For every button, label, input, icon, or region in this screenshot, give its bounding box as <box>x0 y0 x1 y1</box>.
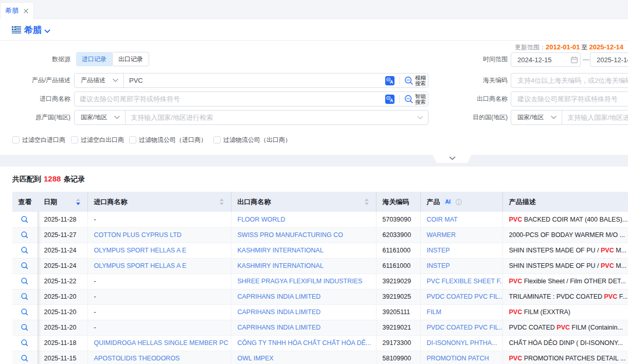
description-segment: CHẤT HÓA DẺO DINP ( DI-ISONONY... <box>509 339 623 347</box>
importer-link[interactable]: COTTON PLUS CYPRUS LTD <box>94 231 182 239</box>
exporter-input[interactable]: 建议去除公司尾部字符或特殊符号 <box>511 92 628 106</box>
update-range-from: 2012-01-01 <box>546 43 580 51</box>
date-cell: 2025-11-27 <box>38 227 87 243</box>
exporter-link[interactable]: CAPRIHANS INDIA LIMITED <box>238 324 321 331</box>
description-segment: M... <box>614 247 626 254</box>
filter-checkbox-1[interactable]: 过滤空白出口商 <box>71 136 124 144</box>
checkbox-icon[interactable] <box>12 136 20 143</box>
date-to-input[interactable]: 2025-12-14 <box>590 52 628 67</box>
exporter-link[interactable]: CÔNG TY TNHH HÓA CHẤT CHẤT HÓA DẺ... <box>238 339 371 347</box>
date-from-input[interactable]: 2024-12-15 <box>511 52 581 67</box>
search-icon <box>404 76 414 85</box>
destination-type-select-value: 国家/地区 <box>517 113 544 122</box>
exporter-cell: SHREE PRAGYA FLEXIFILM INDUSTRIES <box>231 274 376 289</box>
checkbox-icon[interactable] <box>71 136 78 143</box>
fuzzy-search-button[interactable]: 模糊搜索 <box>404 75 426 86</box>
product-link[interactable]: PVDC COATED PVC FIL... <box>427 324 503 331</box>
description-cell: TRILAMINATE : PVDC COATED PVC F... <box>503 289 628 304</box>
origin-input[interactable]: 支持输入国家/地区进行检索 <box>125 113 417 122</box>
importer-link[interactable]: OLYMPUS SPORT HELLAS A E <box>94 247 187 254</box>
filter-checkbox-0[interactable]: 过滤空白进口商 <box>12 136 65 144</box>
filter-checkbox-3[interactable]: 过滤物流公司（出口商） <box>213 136 291 144</box>
view-cell <box>12 243 38 258</box>
info-icon[interactable] <box>455 198 462 206</box>
table-row: 2025-11-20-CAPRIHANS INDIA LIMITED392190… <box>12 320 628 335</box>
exporter-cell: CÔNG TY TNHH HÓA CHẤT CHẤT HÓA DẺ... <box>231 335 376 351</box>
description-highlight: PVC <box>509 355 523 362</box>
data-source-export[interactable]: 出口记录 <box>112 52 149 66</box>
tab-close-icon[interactable] <box>23 8 29 14</box>
product-link[interactable]: WARMER <box>427 231 456 239</box>
collapse-chevron-down-icon[interactable] <box>449 156 456 160</box>
exporter-cell: OWL IMPEX <box>231 351 376 364</box>
product-link[interactable]: DI-ISONONYL PHTHA... <box>427 339 497 347</box>
product-link[interactable]: INSTEP <box>427 262 450 269</box>
country-title[interactable]: 希腊 <box>24 25 42 35</box>
smart-search-button[interactable]: 智能搜索 <box>404 94 426 104</box>
importer-cell: - <box>87 304 231 320</box>
translate-icon[interactable] <box>385 95 394 104</box>
view-record-icon[interactable] <box>21 246 29 254</box>
exporter-link[interactable]: FLOOR WORLD <box>238 216 285 223</box>
filter-checkbox-2[interactable]: 过滤物流公司（进口商） <box>129 136 207 144</box>
view-record-icon[interactable] <box>21 215 29 224</box>
view-cell <box>12 320 38 335</box>
product-link[interactable]: COIR MAT <box>427 216 458 223</box>
country-chevron-down-icon[interactable] <box>44 29 50 33</box>
table-row: 2025-11-28-FLOOR WORLD57039090COIR MATPV… <box>12 212 628 227</box>
sort-caret-icon[interactable] <box>365 198 369 205</box>
sort-caret-icon[interactable] <box>220 198 224 205</box>
product-link[interactable]: PVDC COATED PVC FIL... <box>427 293 503 300</box>
fuzzy-search-label: 模糊搜索 <box>415 75 426 86</box>
view-record-icon[interactable] <box>21 339 29 347</box>
exporter-link[interactable]: SWISS PRO MANUFACTURING CO <box>238 231 344 239</box>
update-range: 更新范围：2012-01-01至2025-12-14 <box>515 43 623 51</box>
checkbox-icon[interactable] <box>213 136 221 143</box>
view-record-icon[interactable] <box>21 262 29 270</box>
translate-icon[interactable] <box>385 76 394 85</box>
destination-type-select[interactable]: 国家/地区 <box>511 111 562 124</box>
view-record-icon[interactable] <box>21 231 29 239</box>
exporter-link[interactable]: SHREE PRAGYA FLEXIFILM INDUSTRIES <box>238 278 363 285</box>
product-link[interactable]: INSTEP <box>427 247 450 254</box>
tab-greece[interactable]: 希腊 <box>0 2 34 19</box>
view-record-icon[interactable] <box>21 308 29 316</box>
hs-code-input[interactable]: 支持4位以上海关编码，或2位海关编码加 <box>511 73 628 88</box>
importer-link[interactable]: OLYMPUS SPORT HELLAS A E <box>94 262 187 269</box>
product-input[interactable]: PVC <box>124 77 385 84</box>
view-record-icon[interactable] <box>21 293 29 301</box>
importer-link[interactable]: QUIMIDROGA HELLAS SINGLE MEMBER PC <box>94 339 228 347</box>
product-type-select[interactable]: 产品描述 <box>75 74 124 87</box>
view-record-icon[interactable] <box>21 323 29 332</box>
results-summary: 共匹配到1288条记录 <box>12 174 85 184</box>
origin-type-select[interactable]: 国家/地区 <box>75 111 125 124</box>
description-segment: TRILAMINATE : PVDC COATED <box>509 293 604 300</box>
hs-code-cell: 61161000 <box>376 243 420 258</box>
exporter-link[interactable]: CAPRIHANS INDIA LIMITED <box>238 308 321 316</box>
importer-link[interactable]: APOSTOLIDIS THEODOROS <box>94 355 180 362</box>
table-row: 2025-11-24OLYMPUS SPORT HELLAS A EKASHMI… <box>12 258 628 274</box>
view-cell <box>12 289 38 304</box>
view-record-icon[interactable] <box>21 277 29 285</box>
product-link[interactable]: PROMOTION PATCH <box>427 355 489 362</box>
date-cell: 2025-11-20 <box>38 304 87 320</box>
product-cell: INSTEP <box>420 243 503 258</box>
column-header-3[interactable]: 出口商名称 <box>231 192 376 212</box>
exporter-link[interactable]: KASHMIRY INTERNATIONAL <box>238 262 324 269</box>
product-link[interactable]: FILM <box>427 308 441 316</box>
destination-input[interactable]: 支持输入国家/地区进行检索 <box>562 113 628 122</box>
product-cell: PROMOTION PATCH <box>420 351 503 364</box>
data-source-import[interactable]: 进口记录 <box>76 52 112 66</box>
exporter-link[interactable]: OWL IMPEX <box>238 355 274 362</box>
description-segment: SHIN INSTEPS MADE OF PU / <box>509 247 601 254</box>
exporter-link[interactable]: KASHMIRY INTERNATIONAL <box>238 247 324 254</box>
column-header-2[interactable]: 进口商名称 <box>87 192 231 212</box>
importer-input[interactable]: 建议去除公司尾部字符或特殊符号 智能搜索 <box>74 92 428 106</box>
view-record-icon[interactable] <box>21 354 29 362</box>
exporter-link[interactable]: CAPRIHANS INDIA LIMITED <box>238 293 321 300</box>
view-cell <box>12 227 38 243</box>
checkbox-icon[interactable] <box>129 136 136 143</box>
product-link[interactable]: PVC FLEXIBLE SHEET F... <box>427 278 503 285</box>
sort-caret-icon[interactable] <box>76 198 80 205</box>
column-header-1[interactable]: 日期 <box>38 192 87 212</box>
